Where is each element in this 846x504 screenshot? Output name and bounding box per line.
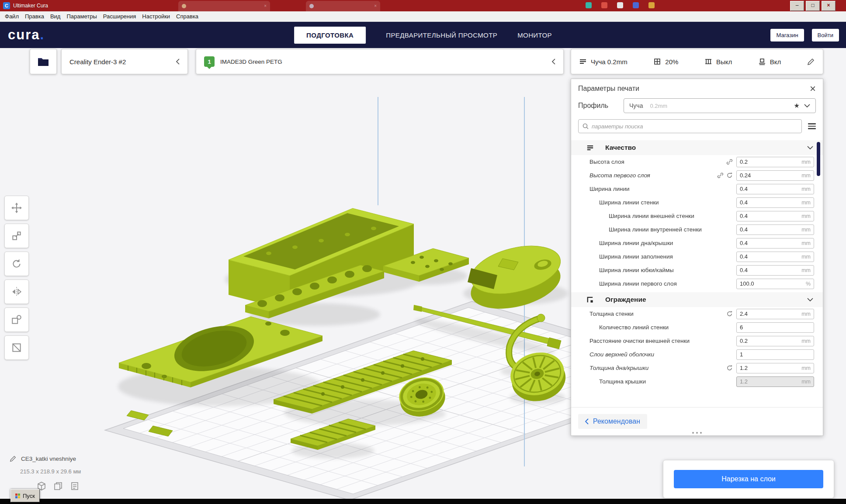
support-blocker-button[interactable] (4, 335, 29, 360)
slice-action-panel: Нарезка на слои (663, 460, 834, 498)
settings-search[interactable] (578, 119, 802, 133)
setting-label: Ширина линии внешней стенки (609, 213, 709, 219)
chevron-left-icon (552, 59, 555, 65)
setting-label: Ширина линии заполнения (599, 253, 709, 260)
per-model-settings-button[interactable] (4, 307, 29, 332)
setting-value-input[interactable] (740, 280, 804, 287)
tab-prepare[interactable]: ПОДГОТОВКА (294, 27, 366, 44)
link-icon[interactable] (717, 172, 724, 179)
setting-value-input[interactable] (740, 365, 800, 371)
material-extruder-selector[interactable]: 1 IMADE3D Green PETG (196, 49, 564, 74)
minimize-button[interactable]: – (790, 1, 804, 11)
adhesion-summary[interactable]: Вкл (758, 58, 781, 66)
search-input[interactable] (578, 119, 802, 133)
open-file-button[interactable] (30, 49, 57, 74)
setting-value-field[interactable]: mm (736, 211, 814, 221)
copy-objects-icon[interactable] (53, 481, 63, 491)
link-icon[interactable] (726, 159, 733, 165)
maximize-button[interactable]: □ (806, 1, 820, 11)
setting-value-field[interactable]: mm (736, 252, 814, 262)
menu-edit[interactable]: Правка (22, 11, 47, 21)
close-button[interactable]: × (822, 1, 836, 11)
menu-parameters[interactable]: Параметры (63, 11, 100, 21)
setting-value-field[interactable]: mm (736, 238, 814, 249)
scale-tool-button[interactable] (4, 224, 29, 248)
setting-value-input[interactable] (740, 338, 800, 344)
setting-row: Толщина крышкиmm (571, 375, 823, 388)
print-settings-summary[interactable]: Чуча 0.2mm 20% Выкл Вкл (571, 49, 823, 74)
quality-icon (586, 144, 594, 152)
setting-value-field[interactable]: mm (736, 363, 814, 373)
signin-button[interactable]: Войти (812, 29, 839, 41)
settings-menu-icon[interactable] (808, 123, 816, 129)
setting-value-field[interactable]: mm (736, 170, 814, 181)
edit-pencil-icon[interactable] (807, 58, 815, 66)
revert-icon[interactable] (726, 172, 733, 179)
support-summary[interactable]: Выкл (704, 58, 732, 66)
model-turret[interactable] (466, 238, 565, 317)
menu-file[interactable]: Файл (2, 11, 22, 21)
setting-value-field[interactable]: mm (736, 336, 814, 346)
setting-value-field[interactable]: mm (736, 224, 814, 235)
setting-value-input[interactable] (740, 213, 800, 219)
model-info[interactable]: CE3_katki vneshniye (10, 455, 76, 462)
tab-monitor[interactable]: МОНИТОР (517, 31, 552, 39)
menu-extensions[interactable]: Расширения (100, 11, 139, 21)
menu-help[interactable]: Справка (173, 11, 201, 21)
move-tool-button[interactable] (4, 196, 29, 220)
recommended-mode-link[interactable]: Рекомендован (578, 414, 647, 429)
windows-flag-icon (15, 494, 20, 498)
setting-value-field[interactable]: mm (736, 197, 814, 208)
setting-value-input[interactable] (740, 199, 800, 206)
category-quality[interactable]: Качество (571, 140, 823, 155)
setting-value-field[interactable]: mm (736, 157, 814, 167)
setting-value-input[interactable] (740, 351, 809, 358)
revert-icon[interactable] (726, 311, 733, 317)
setting-label: Ширина линии дна/крышки (599, 240, 709, 246)
panel-resize-handle[interactable] (692, 432, 702, 434)
setting-value-input[interactable] (740, 186, 800, 192)
setting-value-input[interactable] (740, 240, 800, 246)
setting-value-field[interactable]: mm (736, 265, 814, 276)
setting-value-input[interactable] (740, 172, 800, 179)
setting-value-field[interactable]: % (736, 279, 814, 289)
browser-extension-icon (617, 2, 623, 8)
marketplace-button[interactable]: Магазин (770, 29, 804, 41)
setting-value-field[interactable] (736, 322, 814, 333)
cura-logo: cura. (8, 27, 45, 43)
setting-row: Количество линий стенки (571, 321, 823, 334)
favorite-star-icon[interactable]: ★ (794, 102, 800, 110)
profile-dropdown[interactable]: Чуча 0.2mm ★ (624, 98, 816, 113)
setting-value-input[interactable] (740, 226, 800, 233)
setting-row: Слои верхней оболочки (571, 348, 823, 361)
setting-value-field[interactable]: mm (736, 309, 814, 319)
setting-value-input[interactable] (740, 311, 800, 317)
setting-label: Ширина линии первого слоя (599, 280, 709, 287)
category-shell[interactable]: Ограждение (571, 292, 823, 307)
setting-value-input[interactable] (740, 267, 800, 273)
menu-preferences[interactable]: Настройки (139, 11, 173, 21)
mirror-tool-button[interactable] (4, 280, 29, 304)
infill-summary[interactable]: 20% (653, 58, 678, 66)
paper-stack-icon[interactable] (70, 481, 80, 491)
setting-value-input[interactable] (740, 253, 800, 260)
setting-value-field[interactable] (736, 349, 814, 360)
scrollbar-thumb[interactable] (817, 142, 820, 176)
window-titlebar: C Ultimaker Cura × × – □ × (0, 0, 846, 11)
rotate-tool-button[interactable] (4, 252, 29, 276)
revert-icon[interactable] (726, 365, 733, 371)
printer-selector[interactable]: Creality Ender-3 #2 (61, 49, 188, 74)
infill-icon (653, 58, 661, 66)
setting-value-input[interactable] (740, 159, 800, 165)
start-button[interactable]: Пуск (10, 489, 40, 502)
tab-preview[interactable]: ПРЕДВАРИТЕЛЬНЫЙ ПРОСМОТР (386, 31, 497, 39)
setting-label: Ширина линии внутренней стенки (609, 226, 709, 233)
setting-value-input[interactable] (740, 324, 809, 331)
menu-view[interactable]: Вид (47, 11, 64, 21)
setting-value-field[interactable]: mm (736, 184, 814, 194)
close-icon[interactable]: × (810, 84, 816, 93)
setting-label: Слои верхней оболочки (589, 351, 709, 358)
slice-button[interactable]: Нарезка на слои (674, 470, 823, 488)
profile-summary[interactable]: Чуча 0.2mm (579, 58, 628, 66)
setting-label: Ширина линии (589, 186, 709, 192)
